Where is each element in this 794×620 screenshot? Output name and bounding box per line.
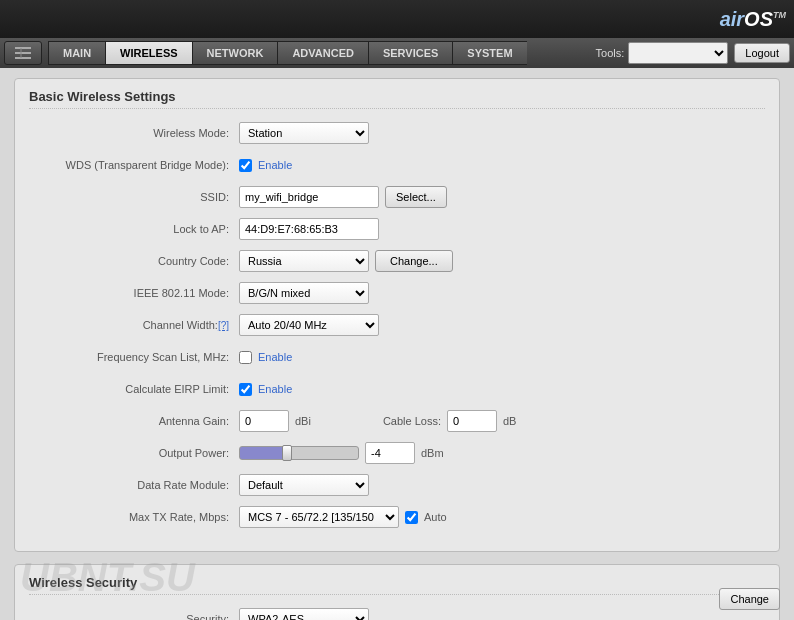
freq-scan-row: Frequency Scan List, MHz: Enable bbox=[29, 345, 765, 369]
antenna-gain-unit: dBi bbox=[295, 415, 311, 427]
bottom-bar: Change bbox=[719, 588, 780, 610]
tools-area: Tools: Logout bbox=[596, 42, 790, 64]
output-power-control: -4 dBm bbox=[239, 442, 765, 464]
country-change-button[interactable]: Change... bbox=[375, 250, 453, 272]
wds-row: WDS (Transparent Bridge Mode): Enable bbox=[29, 153, 765, 177]
country-code-row: Country Code: Russia United States Germa… bbox=[29, 249, 765, 273]
security-label: Security: bbox=[29, 613, 239, 620]
logo-os: OS bbox=[744, 8, 773, 30]
ieee-mode-row: IEEE 802.11 Mode: B/G/N mixed A/N mixed … bbox=[29, 281, 765, 305]
data-rate-label: Data Rate Module: bbox=[29, 479, 239, 491]
ssid-input[interactable]: my_wifi_bridge bbox=[239, 186, 379, 208]
max-tx-control: MCS 7 - 65/72.2 [135/150 Auto bbox=[239, 506, 765, 528]
channel-width-label: Channel Width:[?] bbox=[29, 319, 239, 331]
security-select[interactable]: None WEP WPA-AES WPA2-AES bbox=[239, 608, 369, 620]
logout-button[interactable]: Logout bbox=[734, 43, 790, 63]
select-button[interactable]: Select... bbox=[385, 186, 447, 208]
channel-width-control: Auto 20/40 MHz 20 MHz 40 MHz bbox=[239, 314, 765, 336]
max-tx-label: Max TX Rate, Mbps: bbox=[29, 511, 239, 523]
lock-ap-control: 44:D9:E7:68:65:B3 bbox=[239, 218, 765, 240]
cable-loss-input[interactable]: 0 bbox=[447, 410, 497, 432]
security-row: Security: None WEP WPA-AES WPA2-AES bbox=[29, 607, 765, 620]
wireless-mode-select[interactable]: Station Access Point AP Repeater bbox=[239, 122, 369, 144]
wireless-mode-row: Wireless Mode: Station Access Point AP R… bbox=[29, 121, 765, 145]
lock-ap-input[interactable]: 44:D9:E7:68:65:B3 bbox=[239, 218, 379, 240]
calc-eirp-checkbox[interactable] bbox=[239, 383, 252, 396]
channel-width-row: Channel Width:[?] Auto 20/40 MHz 20 MHz … bbox=[29, 313, 765, 337]
tab-system[interactable]: SYSTEM bbox=[452, 41, 526, 65]
cable-loss-label: Cable Loss: bbox=[383, 415, 441, 427]
security-control: None WEP WPA-AES WPA2-AES bbox=[239, 608, 765, 620]
channel-width-help[interactable]: [?] bbox=[218, 320, 229, 331]
channel-width-select[interactable]: Auto 20/40 MHz 20 MHz 40 MHz bbox=[239, 314, 379, 336]
basic-wireless-section: Basic Wireless Settings Wireless Mode: S… bbox=[14, 78, 780, 552]
ieee-mode-label: IEEE 802.11 Mode: bbox=[29, 287, 239, 299]
output-power-slider[interactable] bbox=[239, 446, 359, 460]
output-power-input[interactable]: -4 bbox=[365, 442, 415, 464]
output-power-slider-container bbox=[239, 446, 359, 460]
max-tx-row: Max TX Rate, Mbps: MCS 7 - 65/72.2 [135/… bbox=[29, 505, 765, 529]
antenna-gain-control: 0 dBi Cable Loss: 0 dB bbox=[239, 410, 765, 432]
logo-air: air bbox=[720, 8, 744, 30]
calc-eirp-row: Calculate EIRP Limit: Enable bbox=[29, 377, 765, 401]
calc-eirp-control: Enable bbox=[239, 383, 765, 396]
calc-eirp-label: Calculate EIRP Limit: bbox=[29, 383, 239, 395]
calc-eirp-enable-label: Enable bbox=[258, 383, 292, 395]
max-tx-select[interactable]: MCS 7 - 65/72.2 [135/150 bbox=[239, 506, 399, 528]
auto-label: Auto bbox=[424, 511, 447, 523]
navbar: MAIN WIRELESS NETWORK ADVANCED SERVICES … bbox=[0, 38, 794, 68]
tools-dropdown[interactable] bbox=[628, 42, 728, 64]
wireless-mode-control: Station Access Point AP Repeater bbox=[239, 122, 765, 144]
logo: airOSTM bbox=[720, 8, 786, 31]
wds-checkbox[interactable] bbox=[239, 159, 252, 172]
tab-network[interactable]: NETWORK bbox=[192, 41, 278, 65]
wds-enable-label: Enable bbox=[258, 159, 292, 171]
change-button[interactable]: Change bbox=[719, 588, 780, 610]
freq-scan-checkbox[interactable] bbox=[239, 351, 252, 364]
main-content: Basic Wireless Settings Wireless Mode: S… bbox=[0, 68, 794, 620]
antenna-gain-label: Antenna Gain: bbox=[29, 415, 239, 427]
logo-area: airOSTM bbox=[720, 8, 786, 31]
output-power-label: Output Power: bbox=[29, 447, 239, 459]
tab-main[interactable]: MAIN bbox=[48, 41, 105, 65]
tab-wireless[interactable]: WIRELESS bbox=[105, 41, 191, 65]
home-button[interactable] bbox=[4, 41, 42, 65]
tools-select: Tools: bbox=[596, 42, 729, 64]
ssid-control: my_wifi_bridge Select... bbox=[239, 186, 765, 208]
basic-wireless-title: Basic Wireless Settings bbox=[29, 89, 765, 109]
data-rate-control: Default Custom bbox=[239, 474, 765, 496]
ssid-label: SSID: bbox=[29, 191, 239, 203]
ssid-row: SSID: my_wifi_bridge Select... bbox=[29, 185, 765, 209]
antenna-gain-row: Antenna Gain: 0 dBi Cable Loss: 0 dB bbox=[29, 409, 765, 433]
freq-scan-label: Frequency Scan List, MHz: bbox=[29, 351, 239, 363]
data-rate-select[interactable]: Default Custom bbox=[239, 474, 369, 496]
wireless-security-title: Wireless Security bbox=[29, 575, 765, 595]
freq-scan-enable-label: Enable bbox=[258, 351, 292, 363]
tab-advanced[interactable]: ADVANCED bbox=[277, 41, 368, 65]
data-rate-row: Data Rate Module: Default Custom bbox=[29, 473, 765, 497]
antenna-gain-input[interactable]: 0 bbox=[239, 410, 289, 432]
output-power-row: Output Power: -4 dBm bbox=[29, 441, 765, 465]
wireless-mode-label: Wireless Mode: bbox=[29, 127, 239, 139]
country-code-select[interactable]: Russia United States Germany bbox=[239, 250, 369, 272]
ieee-mode-control: B/G/N mixed A/N mixed B/G mixed bbox=[239, 282, 765, 304]
slider-thumb bbox=[282, 445, 292, 461]
cable-loss-unit: dB bbox=[503, 415, 516, 427]
logo-tm: TM bbox=[773, 10, 786, 20]
wds-control: Enable bbox=[239, 159, 765, 172]
tools-label: Tools: bbox=[596, 47, 625, 59]
country-code-label: Country Code: bbox=[29, 255, 239, 267]
header: airOSTM bbox=[0, 0, 794, 38]
output-power-unit: dBm bbox=[421, 447, 444, 459]
wds-label: WDS (Transparent Bridge Mode): bbox=[29, 159, 239, 171]
tab-services[interactable]: SERVICES bbox=[368, 41, 452, 65]
freq-scan-control: Enable bbox=[239, 351, 765, 364]
country-code-control: Russia United States Germany Change... bbox=[239, 250, 765, 272]
wireless-security-section: Wireless Security Security: None WEP WPA… bbox=[14, 564, 780, 620]
ieee-mode-select[interactable]: B/G/N mixed A/N mixed B/G mixed bbox=[239, 282, 369, 304]
lock-ap-row: Lock to AP: 44:D9:E7:68:65:B3 bbox=[29, 217, 765, 241]
auto-checkbox[interactable] bbox=[405, 511, 418, 524]
lock-ap-label: Lock to AP: bbox=[29, 223, 239, 235]
